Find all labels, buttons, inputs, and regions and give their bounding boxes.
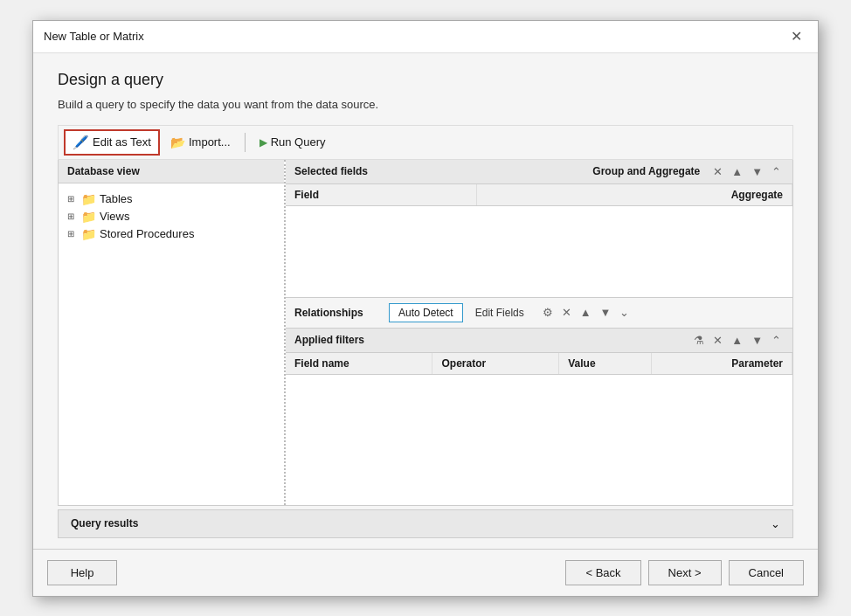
tree-label-stored-procedures: Stored Procedures <box>100 227 194 240</box>
relationships-label: Relationships <box>294 307 382 319</box>
filter-button[interactable]: ⚗ <box>691 333 707 348</box>
edit-fields-button[interactable]: Edit Fields <box>470 304 529 322</box>
import-icon: 📂 <box>170 135 185 149</box>
back-button[interactable]: < Back <box>565 560 640 585</box>
selected-fields-body: Field Aggregate <box>286 184 792 298</box>
import-button[interactable]: 📂 Import... <box>162 130 239 155</box>
section-description: Build a query to specify the data you wa… <box>58 98 793 111</box>
help-button[interactable]: Help <box>47 560 117 585</box>
selected-fields-controls: Group and Aggregate ✕ ▲ ▼ ⌃ <box>592 164 784 179</box>
parameter-col-header: Parameter <box>651 353 792 375</box>
dialog-title: New Table or Matrix <box>44 30 144 43</box>
fields-table: Field Aggregate <box>286 184 792 206</box>
section-title: Design a query <box>58 71 793 89</box>
filter-down-button[interactable]: ▼ <box>749 333 765 348</box>
expand-icon-tables: ⊞ <box>67 194 78 204</box>
run-query-icon: ▶ <box>259 136 267 149</box>
cancel-button[interactable]: Cancel <box>729 560 804 585</box>
collapse-fields-button[interactable]: ⌃ <box>769 164 784 179</box>
applied-filters-label: Applied filters <box>294 334 364 346</box>
footer: Help < Back Next > Cancel <box>33 549 818 596</box>
tree-item-views[interactable]: ⊞ 📁 Views <box>64 208 279 225</box>
tree-label-tables: Tables <box>100 192 133 205</box>
relationships-row: Relationships Auto Detect Edit Fields ⚙ … <box>286 298 792 329</box>
selected-fields-label: Selected fields <box>294 165 368 177</box>
folder-icon-tables: 📁 <box>81 192 96 206</box>
filter-collapse-button[interactable]: ⌃ <box>769 333 784 348</box>
folder-icon-stored-procs: 📁 <box>81 227 96 241</box>
query-results-expand-icon: ⌄ <box>771 517 780 530</box>
query-results-label: Query results <box>71 517 138 529</box>
auto-detect-button[interactable]: Auto Detect <box>389 303 463 322</box>
rel-settings-button[interactable]: ⚙ <box>540 305 556 320</box>
value-col-header: Value <box>559 353 652 375</box>
toolbar-separator <box>245 133 246 152</box>
field-col-header: Field <box>286 184 476 206</box>
toolbar: 🖊️ Edit as Text 📂 Import... ▶ Run Query <box>58 125 793 160</box>
rel-delete-button[interactable]: ✕ <box>559 305 574 320</box>
group-aggregate-label: Group and Aggregate <box>592 165 700 177</box>
rel-up-button[interactable]: ▲ <box>578 305 594 320</box>
database-view-panel: Database view ⊞ 📁 Tables ⊞ 📁 Views ⊞ � <box>59 160 286 505</box>
edit-text-icon: 🖊️ <box>73 135 89 150</box>
tree-view: ⊞ 📁 Tables ⊞ 📁 Views ⊞ 📁 Stored Procedur… <box>59 183 284 505</box>
tree-label-views: Views <box>100 210 129 223</box>
footer-right: < Back Next > Cancel <box>565 560 804 585</box>
move-down-button[interactable]: ▼ <box>749 164 765 179</box>
field-name-col-header: Field name <box>286 353 432 375</box>
dialog: New Table or Matrix ✕ Design a query Bui… <box>32 20 819 597</box>
filter-delete-button[interactable]: ✕ <box>710 333 725 348</box>
expand-icon-stored-procs: ⊞ <box>67 229 78 239</box>
title-bar: New Table or Matrix ✕ <box>33 21 818 53</box>
filter-up-button[interactable]: ▲ <box>729 333 745 348</box>
db-panel-header: Database view <box>59 160 284 183</box>
operator-col-header: Operator <box>432 353 559 375</box>
close-button[interactable]: ✕ <box>785 28 807 45</box>
move-up-button[interactable]: ▲ <box>729 164 745 179</box>
relationships-controls: ⚙ ✕ ▲ ▼ ⌄ <box>540 305 633 320</box>
applied-filters-controls: ⚗ ✕ ▲ ▼ ⌃ <box>691 333 784 348</box>
aggregate-col-header: Aggregate <box>476 184 792 206</box>
folder-icon-views: 📁 <box>81 210 96 224</box>
applied-filters-header: Applied filters ⚗ ✕ ▲ ▼ ⌃ <box>286 329 792 353</box>
rel-expand-button[interactable]: ⌄ <box>617 305 632 320</box>
tree-item-tables[interactable]: ⊞ 📁 Tables <box>64 190 279 208</box>
main-area: Database view ⊞ 📁 Tables ⊞ 📁 Views ⊞ � <box>58 160 793 506</box>
filters-table: Field name Operator Value Parameter <box>286 353 792 375</box>
tree-item-stored-procedures[interactable]: ⊞ 📁 Stored Procedures <box>64 225 279 243</box>
next-button[interactable]: Next > <box>648 560 722 585</box>
selected-fields-header: Selected fields Group and Aggregate ✕ ▲ … <box>286 160 792 184</box>
expand-icon-views: ⊞ <box>67 211 78 221</box>
query-results-bar[interactable]: Query results ⌄ <box>58 509 793 538</box>
right-panel: Selected fields Group and Aggregate ✕ ▲ … <box>286 160 792 505</box>
filters-body: Field name Operator Value Parameter <box>286 353 792 432</box>
edit-as-text-button[interactable]: 🖊️ Edit as Text <box>64 129 160 156</box>
dialog-body: Design a query Build a query to specify … <box>33 53 818 549</box>
rel-down-button[interactable]: ▼ <box>598 305 614 320</box>
run-query-button[interactable]: ▶ Run Query <box>251 130 335 154</box>
delete-field-button[interactable]: ✕ <box>710 164 725 179</box>
